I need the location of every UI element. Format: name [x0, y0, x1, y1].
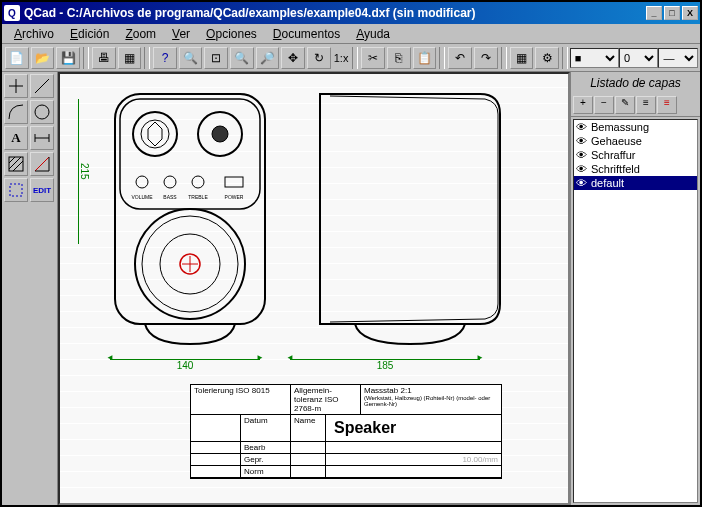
color-select[interactable]: ■ — [570, 48, 619, 68]
menu-archivo[interactable]: Archivo — [6, 25, 62, 43]
layer-item[interactable]: 👁Bemassung — [574, 120, 697, 134]
print-preview-button[interactable]: ▦ — [118, 47, 142, 69]
svg-point-19 — [164, 176, 176, 188]
dimension-height: 215 — [78, 99, 90, 244]
svg-line-8 — [9, 157, 15, 163]
menu-documentos[interactable]: Documentos — [265, 25, 348, 43]
redo-button[interactable]: ↷ — [474, 47, 498, 69]
line-tool[interactable] — [30, 74, 54, 98]
svg-point-14 — [133, 112, 177, 156]
layer-item[interactable]: 👁Gehaeuse — [574, 134, 697, 148]
layer-name: Bemassung — [591, 121, 649, 133]
app-icon: Q — [4, 5, 20, 21]
svg-line-2 — [35, 79, 49, 93]
svg-text:VOLUME: VOLUME — [131, 194, 153, 200]
menu-zoom[interactable]: Zoom — [117, 25, 164, 43]
zoom-out-button[interactable]: 🔎 — [256, 47, 280, 69]
svg-text:TREBLE: TREBLE — [188, 194, 208, 200]
open-file-button[interactable]: 📂 — [31, 47, 55, 69]
window-title: QCad - C:/Archivos de programa/QCad/exam… — [24, 6, 646, 20]
layer-hideall-button[interactable]: ≡ — [657, 96, 677, 114]
layers-panel: Listado de capas + − ✎ ≡ ≡ 👁Bemassung👁Ge… — [570, 72, 700, 505]
text-tool[interactable]: A — [4, 126, 28, 150]
layer-item[interactable]: 👁Schriftfeld — [574, 162, 697, 176]
svg-point-15 — [141, 120, 169, 148]
layer-item[interactable]: 👁Schraffur — [574, 148, 697, 162]
select-tool[interactable] — [4, 178, 28, 202]
svg-line-10 — [13, 161, 23, 171]
svg-rect-11 — [10, 184, 22, 196]
grid-button[interactable]: ▦ — [510, 47, 534, 69]
zoom-extents-button[interactable]: ⊡ — [204, 47, 228, 69]
refresh-button[interactable]: ↻ — [307, 47, 331, 69]
svg-point-18 — [136, 176, 148, 188]
svg-point-3 — [35, 105, 49, 119]
titlebar[interactable]: Q QCad - C:/Archivos de programa/QCad/ex… — [2, 2, 700, 24]
dimension-width-side: 185 — [290, 359, 480, 371]
layer-item[interactable]: 👁default — [574, 176, 697, 190]
layer-list[interactable]: 👁Bemassung👁Gehaeuse👁Schraffur👁Schriftfel… — [573, 119, 698, 503]
linewidth-select[interactable]: 0 — [619, 48, 658, 68]
layers-toolbar: + − ✎ ≡ ≡ — [571, 94, 700, 117]
layer-edit-button[interactable]: ✎ — [615, 96, 635, 114]
left-toolbox: A EDIT — [2, 72, 58, 505]
layer-name: Gehaeuse — [591, 135, 642, 147]
point-tool[interactable] — [4, 74, 28, 98]
svg-rect-21 — [225, 177, 243, 187]
save-button[interactable]: 💾 — [56, 47, 80, 69]
svg-point-17 — [212, 126, 228, 142]
eye-icon: 👁 — [576, 149, 587, 161]
eye-icon: 👁 — [576, 135, 587, 147]
menu-opciones[interactable]: Opciones — [198, 25, 265, 43]
cad-drawing: VOLUME BASS TREBLE POWER — [90, 84, 510, 354]
dimension-width-front: 140 — [110, 359, 260, 371]
zoom-in-button[interactable]: 🔍 — [230, 47, 254, 69]
menu-ayuda[interactable]: Ayuda — [348, 25, 398, 43]
circle-tool[interactable] — [30, 100, 54, 124]
help-button[interactable]: ? — [153, 47, 177, 69]
layers-panel-title: Listado de capas — [571, 72, 700, 94]
svg-rect-7 — [9, 157, 23, 171]
linetype-select[interactable]: — — [658, 48, 697, 68]
arc-tool[interactable] — [4, 100, 28, 124]
svg-line-9 — [9, 157, 21, 169]
eye-icon: 👁 — [576, 177, 587, 189]
layer-name: Schriftfeld — [591, 163, 640, 175]
copy-button[interactable]: ⎘ — [387, 47, 411, 69]
settings-button[interactable]: ⚙ — [535, 47, 559, 69]
svg-text:BASS: BASS — [163, 194, 177, 200]
eye-icon: 👁 — [576, 163, 587, 175]
main-area: A EDIT — [2, 72, 700, 505]
menubar: Archivo Edición Zoom Ver Opciones Docume… — [2, 24, 700, 44]
layer-name: default — [591, 177, 624, 189]
cut-button[interactable]: ✂ — [361, 47, 385, 69]
layer-remove-button[interactable]: − — [594, 96, 614, 114]
close-button[interactable]: X — [682, 6, 698, 20]
edit-tool[interactable]: EDIT — [30, 178, 54, 202]
menu-ver[interactable]: Ver — [164, 25, 198, 43]
zoom-window-button[interactable]: 🔍 — [179, 47, 203, 69]
drawing-canvas[interactable]: VOLUME BASS TREBLE POWER — [58, 72, 570, 505]
layer-add-button[interactable]: + — [573, 96, 593, 114]
measure-tool[interactable] — [30, 152, 54, 176]
pan-button[interactable]: ✥ — [281, 47, 305, 69]
svg-rect-13 — [120, 99, 260, 209]
layer-showall-button[interactable]: ≡ — [636, 96, 656, 114]
layer-name: Schraffur — [591, 149, 635, 161]
new-file-button[interactable]: 📄 — [5, 47, 29, 69]
title-block: Tolerierung ISO 8015 Allgemein-toleranz … — [190, 384, 502, 479]
menu-edicion[interactable]: Edición — [62, 25, 117, 43]
dimension-tool[interactable] — [30, 126, 54, 150]
svg-text:POWER: POWER — [225, 194, 244, 200]
main-window: Q QCad - C:/Archivos de programa/QCad/ex… — [0, 0, 702, 507]
svg-point-20 — [192, 176, 204, 188]
hatch-tool[interactable] — [4, 152, 28, 176]
main-toolbar: 📄 📂 💾 🖶 ▦ ? 🔍 ⊡ 🔍 🔎 ✥ ↻ 1:x ✂ ⎘ 📋 ↶ ↷ ▦ … — [2, 44, 700, 72]
print-button[interactable]: 🖶 — [92, 47, 116, 69]
paste-button[interactable]: 📋 — [413, 47, 437, 69]
eye-icon: 👁 — [576, 121, 587, 133]
undo-button[interactable]: ↶ — [448, 47, 472, 69]
minimize-button[interactable]: _ — [646, 6, 662, 20]
zoom-label: 1:x — [332, 52, 351, 64]
maximize-button[interactable]: □ — [664, 6, 680, 20]
